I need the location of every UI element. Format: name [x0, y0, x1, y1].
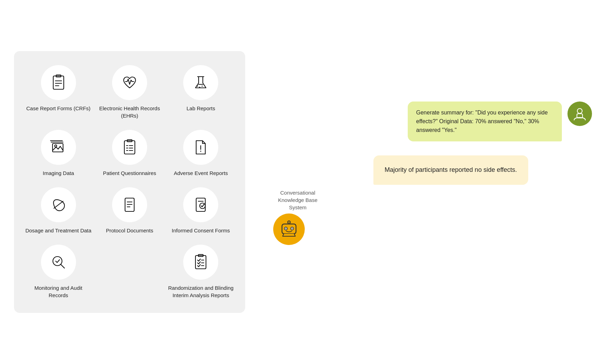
grid-item-protocol-documents[interactable]: Protocol Documents: [96, 187, 163, 234]
icon-circle-ehr: [112, 65, 147, 100]
svg-rect-34: [195, 255, 206, 269]
document-check-icon: [192, 196, 209, 214]
bot-bubble: Majority of participants reported no sid…: [373, 155, 528, 185]
icon-circle-imaging-data: [41, 130, 76, 165]
pill-icon: [50, 196, 67, 214]
grid-item-ehr[interactable]: Electronic Health Records (EHRs): [96, 65, 163, 119]
clipboard-lines-icon: [50, 74, 67, 91]
icon-circle-randomization: [183, 245, 218, 280]
icon-circle-dosage-treatment: [41, 187, 76, 222]
svg-point-43: [292, 228, 293, 229]
document-lines-icon: [121, 196, 138, 214]
bot-icon: [278, 219, 299, 240]
svg-point-7: [197, 86, 198, 87]
grid-item-imaging-data[interactable]: Imaging Data: [25, 130, 92, 177]
bot-avatar: [273, 214, 305, 245]
left-panel: Case Report Forms (CRFs) Electronic Heal…: [14, 51, 245, 313]
user-message-row: Generate summary for: "Did you experienc…: [336, 102, 592, 141]
icon-circle-protocol-documents: [112, 187, 147, 222]
svg-point-8: [199, 87, 200, 88]
label-randomization: Randomization and Blinding Interim Analy…: [167, 285, 235, 299]
svg-rect-39: [282, 224, 296, 234]
icon-circle-case-report-forms: [41, 65, 76, 100]
image-stack-icon: [50, 139, 67, 156]
svg-point-11: [55, 145, 57, 147]
grid-item-lab-reports[interactable]: Lab Reports: [167, 65, 235, 119]
svg-rect-14: [124, 141, 135, 154]
svg-rect-0: [53, 76, 64, 89]
grid-item-randomization[interactable]: Randomization and Blinding Interim Analy…: [167, 245, 235, 299]
chat-area: Generate summary for: "Did you experienc…: [273, 94, 592, 187]
svg-point-23: [200, 150, 201, 152]
grid-item-empty: [96, 245, 163, 299]
label-informed-consent: Informed Consent Forms: [172, 227, 230, 234]
label-protocol-documents: Protocol Documents: [106, 227, 153, 234]
bot-avatar-spacer: [336, 155, 368, 187]
user-message-text: Generate summary for: "Did you experienc…: [416, 110, 548, 133]
icon-circle-monitoring-audit: [41, 245, 76, 280]
label-ehr: Electronic Health Records (EHRs): [96, 105, 163, 119]
label-monitoring-audit: Monitoring and Audit Records: [25, 285, 92, 299]
label-patient-questionnaires: Patient Questionnaires: [103, 170, 156, 177]
icon-circle-informed-consent: [183, 187, 218, 222]
icon-circle-lab-reports: [183, 65, 218, 100]
icon-circle-patient-questionnaires: [112, 130, 147, 165]
label-lab-reports: Lab Reports: [186, 105, 215, 112]
clipboard-list-icon: [121, 139, 138, 156]
label-imaging-data: Imaging Data: [43, 170, 74, 177]
svg-point-9: [202, 86, 203, 87]
grid-item-dosage-treatment[interactable]: Dosage and Treatment Data: [25, 187, 92, 234]
search-magnify-icon: [50, 253, 67, 271]
svg-point-47: [577, 108, 582, 113]
items-grid: Case Report Forms (CRFs) Electronic Heal…: [25, 65, 235, 299]
grid-item-patient-questionnaires[interactable]: Patient Questionnaires: [96, 130, 163, 177]
clipboard-checklist-icon: [192, 253, 209, 271]
icon-circle-adverse-event-reports: [183, 130, 218, 165]
person-icon: [572, 106, 587, 121]
grid-item-case-report-forms[interactable]: Case Report Forms (CRFs): [25, 65, 92, 119]
heart-ecg-icon: [121, 74, 138, 91]
grid-item-adverse-event-reports[interactable]: Adverse Event Reports: [167, 130, 235, 177]
user-bubble: Generate summary for: "Did you experienc…: [408, 102, 562, 141]
bot-message-row: Majority of participants reported no sid…: [336, 155, 592, 187]
right-panel: Conversational Knowledge Base System Gen…: [245, 94, 592, 270]
document-warning-icon: [192, 139, 209, 156]
bot-message-text: Majority of participants reported no sid…: [385, 166, 517, 173]
system-label: Conversational Knowledge Base System: [273, 189, 322, 211]
svg-line-24: [54, 201, 63, 208]
label-adverse-event-reports: Adverse Event Reports: [174, 170, 228, 177]
svg-point-46: [289, 222, 290, 223]
user-avatar: [567, 102, 592, 126]
label-case-report-forms: Case Report Forms (CRFs): [26, 105, 90, 112]
label-dosage-treatment: Dosage and Treatment Data: [25, 227, 91, 234]
svg-point-42: [285, 228, 287, 229]
svg-line-33: [61, 264, 64, 268]
grid-item-monitoring-audit[interactable]: Monitoring and Audit Records: [25, 245, 92, 299]
grid-item-informed-consent[interactable]: Informed Consent Forms: [167, 187, 235, 234]
flask-icon: [192, 74, 209, 91]
